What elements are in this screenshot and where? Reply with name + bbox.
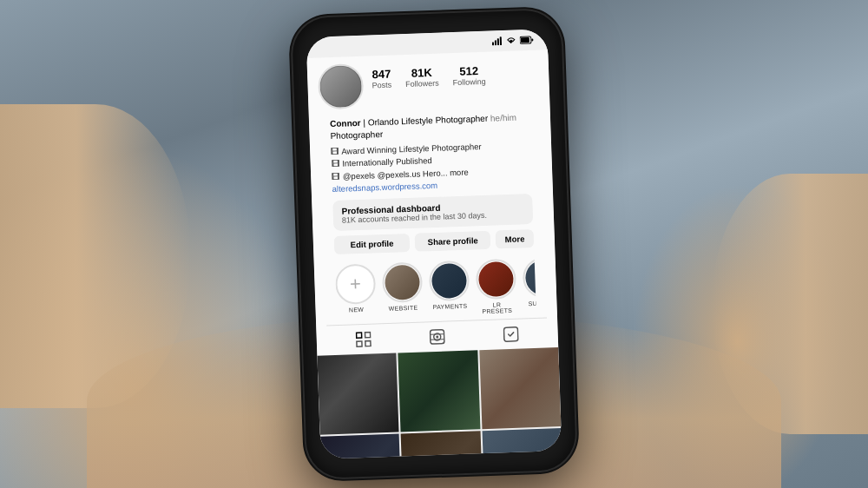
add-highlight[interactable]: + New (335, 263, 377, 320)
avatar-image (320, 66, 362, 108)
svg-line-14 (431, 334, 444, 335)
highlight-image-3 (478, 261, 514, 297)
edit-profile-button[interactable]: Edit profile (334, 234, 411, 254)
svg-line-15 (431, 340, 444, 340)
stats-row: 847 Posts 81K Followers 512 Following (372, 57, 539, 90)
tab-grid[interactable] (326, 330, 400, 348)
add-highlight-circle[interactable]: + (335, 263, 377, 305)
action-buttons: Edit profile Share profile More (334, 229, 535, 254)
svg-rect-2 (497, 38, 499, 45)
grid-photo-2[interactable] (398, 350, 480, 432)
highlight-3[interactable]: LR PRESETS (476, 259, 517, 315)
highlights-row: + New WEBSITE (335, 253, 536, 325)
highlight-label-1: WEBSITE (389, 305, 418, 312)
svg-rect-9 (357, 341, 362, 346)
highlight-circle-2[interactable] (429, 260, 470, 302)
avatar (318, 63, 365, 110)
highlight-label-2: PAYMENTS (432, 303, 467, 310)
add-highlight-label: New (349, 307, 364, 313)
profile-content: Connor | Orlando Lifestyle Photographer … (319, 108, 547, 326)
svg-rect-10 (365, 341, 371, 346)
posts-stat: 847 Posts (372, 68, 391, 90)
profile-area: 847 Posts 81K Followers 512 Following (306, 49, 558, 355)
scene: Instagram Profile Screenshot (0, 0, 868, 488)
svg-rect-7 (357, 333, 362, 338)
more-button[interactable]: More (496, 229, 534, 249)
following-count: 512 (459, 64, 478, 78)
highlight-label-4: SUPPORT (528, 300, 536, 307)
profile-bio: 🎞 Award Winning Lifestyle Photographer 🎞… (331, 139, 532, 195)
wifi-icon (506, 36, 516, 45)
share-profile-button[interactable]: Share profile (415, 231, 491, 252)
grid-photo-6[interactable] (482, 428, 562, 458)
signal-icon (492, 36, 503, 45)
svg-rect-3 (500, 36, 502, 45)
svg-point-13 (436, 335, 438, 338)
svg-rect-5 (521, 37, 529, 43)
highlight-circle-4[interactable] (523, 257, 536, 299)
phone-screen: Instagram Profile Screenshot (306, 29, 562, 458)
profile-top: 847 Posts 81K Followers 512 Following (318, 57, 540, 110)
highlight-1[interactable]: WEBSITE (382, 262, 424, 319)
highlight-image-4 (525, 260, 536, 295)
plus-icon: + (350, 274, 362, 293)
highlight-4[interactable]: SUPPORT (523, 257, 536, 313)
highlight-circle-3[interactable] (476, 259, 517, 300)
highlight-circle-1[interactable] (382, 262, 424, 304)
tagged-icon (503, 326, 519, 343)
followers-stat: 81K Followers (404, 66, 438, 89)
grid-photo-3[interactable] (479, 347, 561, 429)
followers-label: Followers (405, 79, 439, 89)
photo-grid (317, 347, 562, 459)
highlight-2[interactable]: PAYMENTS (429, 260, 470, 317)
tab-reels[interactable] (400, 327, 474, 346)
followers-count: 81K (411, 66, 432, 80)
grid-photo-1[interactable] (317, 353, 398, 435)
highlight-image-1 (385, 265, 420, 300)
following-stat: 512 Following (452, 64, 486, 87)
svg-rect-6 (531, 38, 533, 41)
grid-photo-5[interactable] (401, 432, 483, 459)
following-label: Following (452, 77, 485, 87)
phone: Instagram Profile Screenshot (292, 10, 576, 478)
professional-dashboard[interactable]: Professional dashboard 81K accounts reac… (332, 194, 533, 231)
grid-photo-4[interactable] (320, 434, 402, 459)
posts-count: 847 (372, 68, 391, 82)
highlight-image-2 (431, 263, 467, 299)
reels-icon (429, 329, 445, 346)
status-icons (492, 36, 534, 46)
tab-tagged[interactable] (474, 326, 548, 344)
svg-rect-1 (495, 40, 496, 45)
svg-rect-8 (365, 333, 371, 338)
battery-icon (520, 36, 534, 45)
highlight-label-3: LR PRESETS (477, 301, 516, 315)
svg-rect-0 (492, 42, 494, 45)
grid-icon (356, 332, 372, 348)
posts-label: Posts (372, 81, 391, 90)
